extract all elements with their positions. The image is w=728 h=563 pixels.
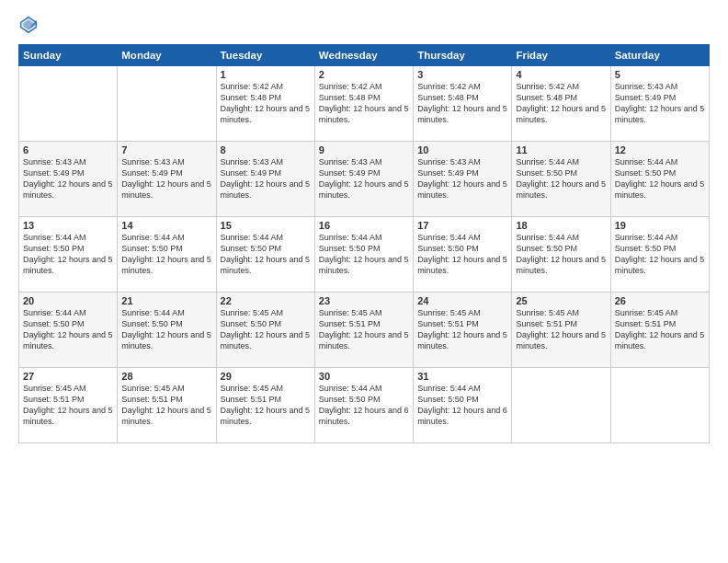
calendar-week-row: 13Sunrise: 5:44 AM Sunset: 5:50 PM Dayli… (19, 217, 710, 293)
cell-content: Sunrise: 5:43 AM Sunset: 5:49 PM Dayligh… (23, 156, 113, 201)
calendar-cell: 17Sunrise: 5:44 AM Sunset: 5:50 PM Dayli… (414, 217, 512, 293)
cell-content: Sunrise: 5:45 AM Sunset: 5:51 PM Dayligh… (615, 307, 705, 352)
calendar-cell (610, 368, 709, 443)
calendar-cell: 15Sunrise: 5:44 AM Sunset: 5:50 PM Dayli… (216, 217, 314, 293)
day-number: 2 (319, 69, 409, 80)
weekday-header: Friday (512, 45, 610, 66)
cell-content: Sunrise: 5:45 AM Sunset: 5:50 PM Dayligh… (221, 307, 311, 352)
calendar-cell: 11Sunrise: 5:44 AM Sunset: 5:50 PM Dayli… (512, 142, 610, 217)
calendar-week-row: 6Sunrise: 5:43 AM Sunset: 5:49 PM Daylig… (19, 142, 710, 217)
day-number: 27 (23, 371, 113, 382)
calendar-cell: 16Sunrise: 5:44 AM Sunset: 5:50 PM Dayli… (314, 217, 413, 293)
day-number: 16 (319, 220, 409, 231)
calendar-cell (118, 66, 216, 142)
cell-content: Sunrise: 5:45 AM Sunset: 5:51 PM Dayligh… (319, 307, 409, 352)
cell-content: Sunrise: 5:45 AM Sunset: 5:51 PM Dayligh… (23, 383, 113, 428)
day-number: 11 (516, 144, 606, 155)
calendar-cell: 28Sunrise: 5:45 AM Sunset: 5:51 PM Dayli… (118, 368, 216, 443)
day-number: 3 (417, 69, 507, 80)
day-number: 7 (121, 144, 211, 155)
day-number: 8 (221, 144, 311, 155)
calendar-header-row: SundayMondayTuesdayWednesdayThursdayFrid… (19, 45, 710, 66)
day-number: 23 (319, 295, 409, 306)
day-number: 17 (417, 220, 507, 231)
cell-content: Sunrise: 5:44 AM Sunset: 5:50 PM Dayligh… (417, 383, 507, 428)
day-number: 12 (615, 144, 705, 155)
day-number: 15 (221, 220, 311, 231)
cell-content: Sunrise: 5:43 AM Sunset: 5:49 PM Dayligh… (319, 156, 409, 201)
calendar-table: SundayMondayTuesdayWednesdayThursdayFrid… (18, 44, 710, 443)
calendar-cell: 20Sunrise: 5:44 AM Sunset: 5:50 PM Dayli… (19, 293, 118, 368)
calendar-cell: 2Sunrise: 5:42 AM Sunset: 5:48 PM Daylig… (314, 66, 413, 142)
weekday-header: Tuesday (216, 45, 314, 66)
weekday-header: Monday (118, 45, 216, 66)
calendar-cell: 10Sunrise: 5:43 AM Sunset: 5:49 PM Dayli… (414, 142, 512, 217)
day-number: 31 (417, 371, 507, 382)
calendar-cell: 12Sunrise: 5:44 AM Sunset: 5:50 PM Dayli… (610, 142, 709, 217)
calendar-week-row: 1Sunrise: 5:42 AM Sunset: 5:48 PM Daylig… (19, 66, 710, 142)
calendar-cell: 22Sunrise: 5:45 AM Sunset: 5:50 PM Dayli… (216, 293, 314, 368)
day-number: 20 (23, 295, 113, 306)
day-number: 30 (319, 371, 409, 382)
calendar-cell: 4Sunrise: 5:42 AM Sunset: 5:48 PM Daylig… (512, 66, 610, 142)
calendar-cell: 9Sunrise: 5:43 AM Sunset: 5:49 PM Daylig… (314, 142, 413, 217)
calendar-cell: 5Sunrise: 5:43 AM Sunset: 5:49 PM Daylig… (610, 66, 709, 142)
cell-content: Sunrise: 5:44 AM Sunset: 5:50 PM Dayligh… (319, 232, 409, 277)
cell-content: Sunrise: 5:43 AM Sunset: 5:49 PM Dayligh… (417, 156, 507, 201)
page: SundayMondayTuesdayWednesdayThursdayFrid… (0, 0, 728, 563)
day-number: 28 (121, 371, 211, 382)
calendar-cell: 13Sunrise: 5:44 AM Sunset: 5:50 PM Dayli… (19, 217, 118, 293)
calendar-cell: 27Sunrise: 5:45 AM Sunset: 5:51 PM Dayli… (19, 368, 118, 443)
calendar-week-row: 20Sunrise: 5:44 AM Sunset: 5:50 PM Dayli… (19, 293, 710, 368)
calendar-cell: 25Sunrise: 5:45 AM Sunset: 5:51 PM Dayli… (512, 293, 610, 368)
weekday-header: Thursday (414, 45, 512, 66)
day-number: 13 (23, 220, 113, 231)
calendar-cell (512, 368, 610, 443)
calendar-cell: 19Sunrise: 5:44 AM Sunset: 5:50 PM Dayli… (610, 217, 709, 293)
calendar-cell: 26Sunrise: 5:45 AM Sunset: 5:51 PM Dayli… (610, 293, 709, 368)
weekday-header: Sunday (19, 45, 118, 66)
day-number: 22 (221, 295, 311, 306)
cell-content: Sunrise: 5:44 AM Sunset: 5:50 PM Dayligh… (417, 232, 507, 277)
calendar-cell: 29Sunrise: 5:45 AM Sunset: 5:51 PM Dayli… (216, 368, 314, 443)
cell-content: Sunrise: 5:42 AM Sunset: 5:48 PM Dayligh… (516, 81, 606, 126)
cell-content: Sunrise: 5:44 AM Sunset: 5:50 PM Dayligh… (221, 232, 311, 277)
calendar-cell: 21Sunrise: 5:44 AM Sunset: 5:50 PM Dayli… (118, 293, 216, 368)
cell-content: Sunrise: 5:45 AM Sunset: 5:51 PM Dayligh… (221, 383, 311, 428)
day-number: 1 (221, 69, 311, 80)
calendar-cell: 8Sunrise: 5:43 AM Sunset: 5:49 PM Daylig… (216, 142, 314, 217)
day-number: 6 (23, 144, 113, 155)
day-number: 5 (615, 69, 705, 80)
cell-content: Sunrise: 5:43 AM Sunset: 5:49 PM Dayligh… (615, 81, 705, 126)
cell-content: Sunrise: 5:45 AM Sunset: 5:51 PM Dayligh… (516, 307, 606, 352)
cell-content: Sunrise: 5:42 AM Sunset: 5:48 PM Dayligh… (319, 81, 409, 126)
cell-content: Sunrise: 5:42 AM Sunset: 5:48 PM Dayligh… (221, 81, 311, 126)
calendar-cell: 24Sunrise: 5:45 AM Sunset: 5:51 PM Dayli… (414, 293, 512, 368)
generalblue-icon (18, 15, 39, 35)
day-number: 4 (516, 69, 606, 80)
cell-content: Sunrise: 5:45 AM Sunset: 5:51 PM Dayligh… (417, 307, 507, 352)
cell-content: Sunrise: 5:45 AM Sunset: 5:51 PM Dayligh… (121, 383, 211, 428)
calendar-cell: 30Sunrise: 5:44 AM Sunset: 5:50 PM Dayli… (314, 368, 413, 443)
day-number: 18 (516, 220, 606, 231)
cell-content: Sunrise: 5:44 AM Sunset: 5:50 PM Dayligh… (615, 156, 705, 201)
cell-content: Sunrise: 5:44 AM Sunset: 5:50 PM Dayligh… (121, 307, 211, 352)
cell-content: Sunrise: 5:44 AM Sunset: 5:50 PM Dayligh… (615, 232, 705, 277)
calendar-cell: 6Sunrise: 5:43 AM Sunset: 5:49 PM Daylig… (19, 142, 118, 217)
cell-content: Sunrise: 5:43 AM Sunset: 5:49 PM Dayligh… (221, 156, 311, 201)
weekday-header: Saturday (610, 45, 709, 66)
calendar-cell: 31Sunrise: 5:44 AM Sunset: 5:50 PM Dayli… (414, 368, 512, 443)
cell-content: Sunrise: 5:43 AM Sunset: 5:49 PM Dayligh… (121, 156, 211, 201)
header (18, 15, 710, 35)
calendar-cell: 3Sunrise: 5:42 AM Sunset: 5:48 PM Daylig… (414, 66, 512, 142)
calendar-cell: 23Sunrise: 5:45 AM Sunset: 5:51 PM Dayli… (314, 293, 413, 368)
cell-content: Sunrise: 5:44 AM Sunset: 5:50 PM Dayligh… (23, 232, 113, 277)
day-number: 29 (221, 371, 311, 382)
day-number: 10 (417, 144, 507, 155)
cell-content: Sunrise: 5:44 AM Sunset: 5:50 PM Dayligh… (23, 307, 113, 352)
day-number: 19 (615, 220, 705, 231)
day-number: 21 (121, 295, 211, 306)
cell-content: Sunrise: 5:44 AM Sunset: 5:50 PM Dayligh… (516, 156, 606, 201)
weekday-header: Wednesday (314, 45, 413, 66)
logo (18, 15, 42, 35)
